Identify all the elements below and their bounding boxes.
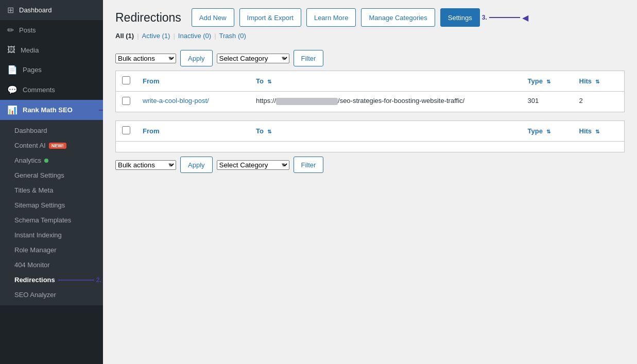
bulk-actions-top-select[interactable]: Bulk actions Delete Activate Deactivate	[115, 54, 176, 63]
rank-math-submenu: Dashboard Content AI New! Analytics Gene…	[0, 120, 103, 305]
to-sort-icon-bottom: ⇅	[267, 129, 271, 134]
sidebar-item-label: Posts	[19, 26, 36, 34]
from-column-header: From	[136, 71, 250, 92]
filter-bottom-button[interactable]: Filter	[294, 157, 324, 173]
page-title: Redirections	[115, 11, 181, 25]
sidebar-item-label: Media	[21, 46, 39, 54]
bulk-actions-top-wrapper: Bulk actions Delete Activate Deactivate …	[115, 54, 176, 63]
sidebar-submenu-item-dashboard[interactable]: Dashboard	[0, 123, 103, 138]
sidebar-submenu-item-seo-analyzer[interactable]: SEO Analyzer	[0, 287, 103, 302]
settings-button[interactable]: Settings	[440, 8, 480, 27]
sidebar-submenu-item-404-monitor[interactable]: 404 Monitor	[0, 257, 103, 272]
to-cell: https:///seo-strategies-for-boosting-web…	[250, 92, 522, 112]
sidebar-submenu-item-instant-indexing[interactable]: Instant Indexing	[0, 228, 103, 242]
category-select-bottom[interactable]: Select Category	[217, 160, 289, 170]
row-checkbox-cell	[116, 92, 137, 112]
sidebar-submenu-item-role-manager[interactable]: Role Manager	[0, 242, 103, 257]
empty-row	[116, 142, 625, 152]
select-all-header-bottom	[116, 121, 137, 142]
hits-sort-icon: ⇅	[595, 79, 599, 84]
new-badge: New!	[49, 143, 66, 149]
toolbar-bottom: Bulk actions Delete Activate Deactivate …	[115, 152, 625, 177]
sidebar-submenu-item-general-settings[interactable]: General Settings	[0, 168, 103, 183]
page-header: Redirections Add New Import & Export Lea…	[103, 0, 637, 32]
sidebar-submenu-item-redirections[interactable]: Redirections 2.	[0, 272, 103, 287]
comments-icon: 💬	[7, 85, 18, 95]
learn-more-button[interactable]: Learn More	[306, 8, 356, 27]
filter-tabs: All (1) | Active (1) | Inactive (0) | Tr…	[115, 32, 625, 40]
import-export-button[interactable]: Import & Export	[239, 8, 301, 27]
rank-math-label: Rank Math SEO	[23, 106, 73, 114]
pages-icon: 📄	[7, 65, 18, 75]
sidebar-item-rank-math[interactable]: 📊 Rank Math SEO 1.	[0, 100, 103, 120]
hits-sort-icon-bottom: ⇅	[595, 129, 599, 134]
posts-icon: ✏	[7, 25, 14, 35]
category-select-bottom-wrapper: Select Category ▼	[217, 160, 289, 170]
from-cell: write-a-cool-blog-post/	[136, 92, 250, 112]
sidebar-item-label: Pages	[23, 66, 42, 74]
hits-column-header[interactable]: Hits ⇅	[573, 71, 625, 92]
sidebar-submenu-item-sitemap[interactable]: Sitemap Settings	[0, 198, 103, 213]
sidebar-item-label: Dashboard	[19, 6, 52, 14]
sidebar-item-posts[interactable]: ✏ Posts	[0, 20, 103, 40]
select-all-checkbox-bottom[interactable]	[122, 126, 130, 134]
sidebar-submenu-item-schema[interactable]: Schema Templates	[0, 213, 103, 228]
type-sort-icon: ⇅	[546, 79, 550, 84]
filter-tab-trash[interactable]: Trash (0)	[219, 32, 246, 40]
to-sort-icon: ⇅	[267, 79, 271, 84]
type-cell: 301	[522, 92, 573, 112]
sidebar-item-dashboard[interactable]: ⊞ Dashboard	[0, 0, 103, 20]
settings-area: Settings 3. ◀	[440, 8, 528, 27]
sidebar-item-label: Comments	[23, 86, 55, 94]
content-area: All (1) | Active (1) | Inactive (0) | Tr…	[103, 32, 637, 364]
type-column-header-bottom[interactable]: Type ⇅	[522, 121, 573, 142]
sidebar-item-comments[interactable]: 💬 Comments	[0, 80, 103, 100]
add-new-button[interactable]: Add New	[192, 8, 234, 27]
select-all-checkbox[interactable]	[122, 76, 130, 84]
rank-math-icon: 📊	[7, 105, 18, 115]
type-column-header[interactable]: Type ⇅	[522, 71, 573, 92]
category-select-top[interactable]: Select Category	[217, 54, 289, 63]
category-select-top-wrapper: Select Category ▼	[217, 54, 289, 63]
main-content: Redirections Add New Import & Export Lea…	[103, 0, 637, 364]
bulk-actions-bottom-wrapper: Bulk actions Delete Activate Deactivate …	[115, 160, 176, 170]
apply-bottom-button[interactable]: Apply	[180, 157, 213, 173]
select-all-header	[116, 71, 137, 92]
dashboard-icon: ⊞	[7, 5, 14, 15]
sidebar: ⊞ Dashboard ✏ Posts 🖼 Media 📄 Pages 💬 Co…	[0, 0, 103, 364]
filter-top-button[interactable]: Filter	[294, 50, 324, 66]
hits-column-header-bottom[interactable]: Hits ⇅	[573, 121, 625, 142]
sidebar-submenu-item-content-ai[interactable]: Content AI New!	[0, 138, 103, 153]
from-link[interactable]: write-a-cool-blog-post/	[143, 97, 209, 105]
redirections-annotation: 2.	[58, 276, 101, 284]
sidebar-item-media[interactable]: 🖼 Media	[0, 40, 103, 60]
manage-categories-button[interactable]: Manage Categories	[361, 8, 435, 27]
analytics-status-dot	[44, 159, 48, 163]
row-checkbox[interactable]	[122, 97, 130, 105]
rank-math-annotation: 1.	[99, 107, 103, 114]
media-icon: 🖼	[7, 45, 15, 55]
filter-tab-inactive[interactable]: Inactive (0)	[178, 32, 211, 40]
toolbar-top: Bulk actions Delete Activate Deactivate …	[115, 46, 625, 71]
filter-tab-active[interactable]: Active (1)	[142, 32, 170, 40]
type-sort-icon-bottom: ⇅	[546, 129, 550, 134]
to-column-header[interactable]: To ⇅	[250, 71, 522, 92]
from-column-header-bottom: From	[136, 121, 250, 142]
to-column-header-bottom[interactable]: To ⇅	[250, 121, 522, 142]
settings-annotation: 3. ◀	[482, 13, 528, 23]
sidebar-submenu-item-titles-meta[interactable]: Titles & Meta	[0, 183, 103, 198]
filter-tab-all[interactable]: All (1)	[115, 32, 134, 40]
redirections-table-bottom: From To ⇅ Type ⇅ Hits ⇅	[115, 120, 625, 152]
bulk-actions-bottom-select[interactable]: Bulk actions Delete Activate Deactivate	[115, 160, 176, 170]
redirections-table: From To ⇅ Type ⇅ Hits ⇅	[115, 71, 625, 112]
sidebar-submenu-item-analytics[interactable]: Analytics	[0, 153, 103, 168]
url-blurred	[276, 98, 338, 105]
table-row: write-a-cool-blog-post/ https:///seo-str…	[116, 92, 625, 112]
apply-top-button[interactable]: Apply	[180, 50, 213, 66]
sidebar-item-pages[interactable]: 📄 Pages	[0, 60, 103, 80]
hits-cell: 2	[573, 92, 625, 112]
